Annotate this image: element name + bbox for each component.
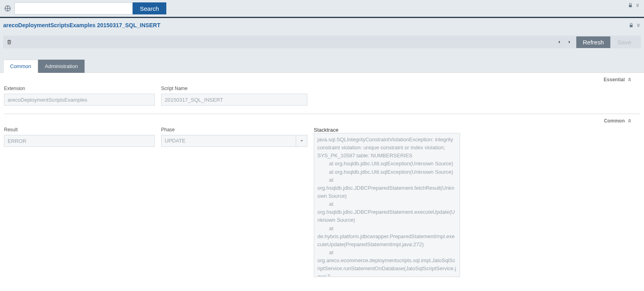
section-common-label: Common	[604, 118, 625, 124]
app-home-icon[interactable]	[3, 4, 12, 13]
field-result: Result	[4, 127, 155, 278]
tab-administration[interactable]: Administration	[38, 60, 85, 73]
prev-button[interactable]	[554, 39, 564, 45]
collapse-icon[interactable]	[627, 118, 632, 123]
phase-value: UPDATE	[162, 135, 296, 147]
script-name-input[interactable]	[161, 94, 307, 106]
lock-icon[interactable]	[629, 22, 634, 28]
stacktrace-label: Stacktrace	[314, 127, 338, 133]
extension-label: Extension	[4, 86, 155, 91]
search-button[interactable]: Search	[133, 2, 166, 14]
phase-select[interactable]: UPDATE	[161, 135, 307, 147]
chevron-double-down-icon[interactable]	[635, 2, 640, 8]
field-extension: Extension	[4, 86, 155, 106]
field-stacktrace: Stacktrace	[314, 127, 460, 278]
result-label: Result	[4, 127, 155, 132]
essential-fields: Extension Script Name	[0, 84, 644, 114]
script-name-label: Script Name	[161, 86, 307, 91]
stacktrace-textarea[interactable]	[314, 133, 460, 277]
search-input[interactable]	[14, 2, 133, 14]
section-common-header: Common	[0, 114, 644, 125]
phase-label: Phase	[161, 127, 307, 132]
field-phase: Phase UPDATE	[161, 127, 307, 278]
collapse-icon[interactable]	[627, 77, 632, 82]
extension-input[interactable]	[4, 94, 155, 106]
save-button: Save	[611, 36, 638, 48]
page-title: arecoDeploymentScriptsExamples 20150317_…	[3, 22, 160, 28]
trash-icon[interactable]	[6, 39, 12, 45]
tab-common[interactable]: Common	[3, 60, 38, 73]
field-script-name: Script Name	[161, 86, 307, 106]
title-right-icons	[629, 22, 641, 28]
title-bar: arecoDeploymentScriptsExamples 20150317_…	[0, 18, 644, 32]
lock-icon[interactable]	[628, 2, 633, 8]
spacer	[0, 32, 644, 36]
chevron-double-down-icon[interactable]	[636, 22, 641, 28]
topbar-right-icons	[628, 2, 640, 8]
top-bar: Search	[0, 0, 644, 18]
result-input[interactable]	[4, 135, 155, 147]
chevron-down-icon[interactable]	[296, 135, 307, 147]
next-button[interactable]	[564, 39, 575, 45]
section-essential-label: Essential	[604, 77, 625, 82]
section-essential-header: Essential	[0, 73, 644, 84]
action-bar: Refresh Save	[3, 36, 641, 48]
tabs: Common Administration	[3, 60, 644, 73]
refresh-button[interactable]: Refresh	[576, 36, 610, 48]
common-fields: Result Phase UPDATE Stacktrace	[0, 125, 644, 286]
